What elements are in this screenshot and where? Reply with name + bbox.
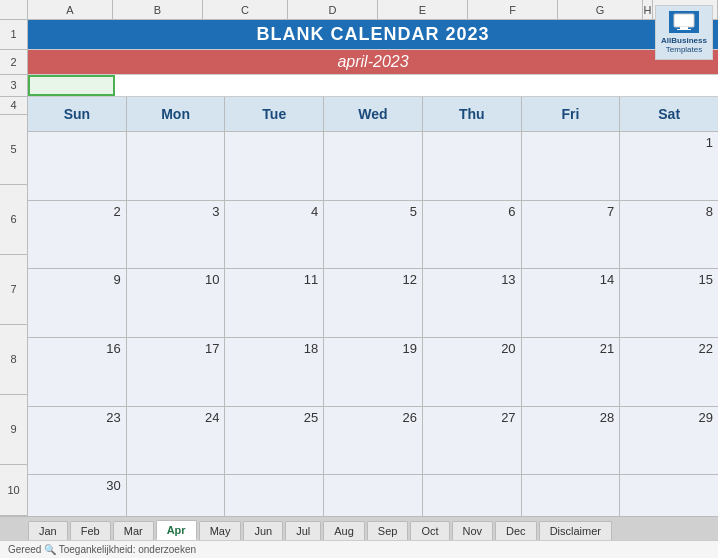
week3-fri[interactable]: 14 [522,269,621,337]
week5-fri[interactable]: 28 [522,407,621,475]
tab-feb[interactable]: Feb [70,521,111,540]
calendar-title: BLANK CALENDAR 2023 [28,20,718,50]
week2-tue[interactable]: 4 [225,201,324,269]
week2-fri[interactable]: 7 [522,201,621,269]
week-5: 23 24 25 26 27 28 29 [28,407,718,476]
week-6: 30 [28,475,718,516]
week5-thu[interactable]: 27 [423,407,522,475]
tab-jun[interactable]: Jun [243,521,283,540]
tab-sep[interactable]: Sep [367,521,409,540]
svg-rect-0 [674,14,694,27]
week3-mon[interactable]: 10 [127,269,226,337]
week1-mon[interactable] [127,132,226,200]
day-header-thu: Thu [423,97,522,131]
week2-mon[interactable]: 3 [127,201,226,269]
day-header-mon: Mon [127,97,226,131]
row-num-6: 6 [0,185,27,255]
week4-wed[interactable]: 19 [324,338,423,406]
tab-jul[interactable]: Jul [285,521,321,540]
week-4: 16 17 18 19 20 21 22 [28,338,718,407]
logo-icon [669,11,699,33]
week4-sun[interactable]: 16 [28,338,127,406]
day-header-sun: Sun [28,97,127,131]
week3-tue[interactable]: 11 [225,269,324,337]
week5-sun[interactable]: 23 [28,407,127,475]
row-numbers: 1 2 3 4 5 6 7 8 9 10 [0,20,28,516]
week4-tue[interactable]: 18 [225,338,324,406]
logo-area: AllBusiness Templates [655,5,713,60]
week2-sun[interactable]: 2 [28,201,127,269]
week5-wed[interactable]: 26 [324,407,423,475]
row-num-1: 1 [0,20,27,50]
week2-wed[interactable]: 5 [324,201,423,269]
tab-jan[interactable]: Jan [28,521,68,540]
week6-fri[interactable] [522,475,621,516]
tab-dec[interactable]: Dec [495,521,537,540]
col-header-h: H [643,0,653,19]
tab-disclaimer[interactable]: Disclaimer [539,521,612,540]
week1-sun[interactable] [28,132,127,200]
day-header-sat: Sat [620,97,718,131]
week6-thu[interactable] [423,475,522,516]
week6-sat[interactable] [620,475,718,516]
week6-sun[interactable]: 30 [28,475,127,516]
col-header-a: A [28,0,113,19]
day-header-wed: Wed [324,97,423,131]
row-3-rest [115,75,718,96]
row-num-10: 10 [0,465,27,516]
week2-sat[interactable]: 8 [620,201,718,269]
row-num-5: 5 [0,115,27,185]
spreadsheet: A B C D E F G H I J 1 2 3 4 5 6 7 8 9 10… [0,0,718,558]
week3-thu[interactable]: 13 [423,269,522,337]
week6-mon[interactable] [127,475,226,516]
tab-aug[interactable]: Aug [323,521,365,540]
col-header-c: C [203,0,288,19]
calendar-weeks: 1 2 3 4 5 6 7 8 9 10 11 12 [28,132,718,516]
logo-label-2: Templates [666,45,702,54]
column-headers: A B C D E F G H I J [0,0,718,20]
row-3 [28,75,718,97]
week6-wed[interactable] [324,475,423,516]
week5-tue[interactable]: 25 [225,407,324,475]
col-header-b: B [113,0,203,19]
row-num-8: 8 [0,325,27,395]
accessibility-text: Gereed 🔍 Toegankelijkheid: onderzoeken [8,544,196,555]
week5-sat[interactable]: 29 [620,407,718,475]
grid-body: 1 2 3 4 5 6 7 8 9 10 BLANK CALENDAR 2023… [0,20,718,516]
week1-sat[interactable]: 1 [620,132,718,200]
row-num-7: 7 [0,255,27,325]
sheet-tabs: Jan Feb Mar Apr May Jun Jul Aug Sep Oct … [0,516,718,540]
col-header-e: E [378,0,468,19]
day-header-fri: Fri [522,97,621,131]
week1-fri[interactable] [522,132,621,200]
tab-mar[interactable]: Mar [113,521,154,540]
week1-tue[interactable] [225,132,324,200]
week4-thu[interactable]: 20 [423,338,522,406]
week2-thu[interactable]: 6 [423,201,522,269]
svg-rect-1 [680,27,688,29]
col-header-f: F [468,0,558,19]
week4-mon[interactable]: 17 [127,338,226,406]
tab-oct[interactable]: Oct [410,521,449,540]
corner-cell [0,0,28,19]
week1-thu[interactable] [423,132,522,200]
week4-sat[interactable]: 22 [620,338,718,406]
week5-mon[interactable]: 24 [127,407,226,475]
day-header-tue: Tue [225,97,324,131]
week4-fri[interactable]: 21 [522,338,621,406]
row-num-4: 4 [0,97,27,115]
week-3: 9 10 11 12 13 14 15 [28,269,718,338]
week1-wed[interactable] [324,132,423,200]
week3-sat[interactable]: 15 [620,269,718,337]
tab-nov[interactable]: Nov [452,521,494,540]
week3-sun[interactable]: 9 [28,269,127,337]
row-num-9: 9 [0,395,27,465]
week6-tue[interactable] [225,475,324,516]
col-header-g: G [558,0,643,19]
tab-apr[interactable]: Apr [156,520,197,540]
day-headers-row: Sun Mon Tue Wed Thu Fri Sat [28,97,718,132]
green-outlined-cell[interactable] [28,75,115,96]
week3-wed[interactable]: 12 [324,269,423,337]
week-1: 1 [28,132,718,201]
tab-may[interactable]: May [199,521,242,540]
